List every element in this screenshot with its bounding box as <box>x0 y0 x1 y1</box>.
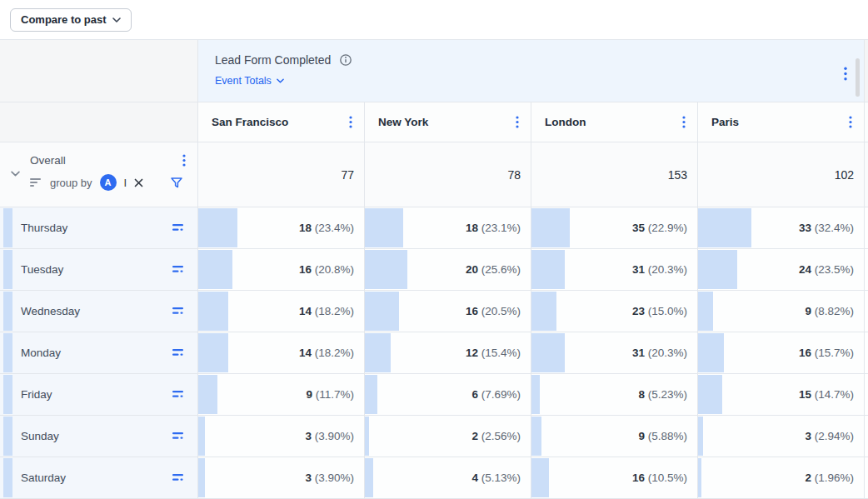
percentage-bar <box>198 375 217 414</box>
column-header-row: San Francisco New York London Paris <box>0 102 868 142</box>
inspect-streams-icon[interactable] <box>172 432 185 441</box>
data-cell[interactable]: 9 (8.82%) <box>697 291 864 332</box>
event-title: Lead Form Completed <box>215 53 331 67</box>
overall-value-cell[interactable]: 78 <box>364 142 531 207</box>
data-cell[interactable]: 9 (5.88%) <box>531 416 697 457</box>
overflow-column <box>864 374 868 415</box>
cell-value: 3 (3.90%) <box>305 472 354 484</box>
compare-to-past-label: Compare to past <box>21 13 107 26</box>
inspect-streams-icon[interactable] <box>172 348 185 357</box>
percentage-bar <box>698 417 703 456</box>
results-table: Lead Form Completed Event Totals San Fra… <box>0 40 868 499</box>
column-kebab-menu-icon[interactable] <box>682 116 686 128</box>
column-kebab-menu-icon[interactable] <box>516 116 519 128</box>
data-cell[interactable]: 18 (23.4%) <box>197 207 364 248</box>
percentage-bar <box>531 458 549 497</box>
data-cell[interactable]: 31 (20.3%) <box>531 332 697 373</box>
inspect-streams-icon[interactable] <box>172 473 185 482</box>
column-header-paris[interactable]: Paris <box>697 102 864 142</box>
inspect-streams-icon[interactable] <box>172 223 185 232</box>
data-cell[interactable]: 31 (20.3%) <box>531 249 697 290</box>
data-cell[interactable]: 4 (5.13%) <box>364 457 531 498</box>
group-by-property-value[interactable]: I <box>124 177 127 189</box>
data-cell[interactable]: 2 (1.96%) <box>697 457 864 498</box>
event-header-cell: Lead Form Completed Event Totals <box>197 40 864 102</box>
cell-value: 2 (2.56%) <box>471 430 521 442</box>
data-cell[interactable]: 3 (2.94%) <box>697 416 864 457</box>
data-cell[interactable]: 3 (3.90%) <box>197 416 364 457</box>
percentage-bar <box>698 333 724 372</box>
cell-value: 9 (5.88%) <box>638 430 687 442</box>
filter-funnel-icon[interactable] <box>171 177 182 188</box>
event-header-row: Lead Form Completed Event Totals <box>0 40 868 102</box>
data-cell[interactable]: 8 (5.23%) <box>531 374 697 415</box>
percentage-bar <box>365 333 391 372</box>
column-kebab-menu-icon[interactable] <box>349 116 352 128</box>
overflow-column <box>864 416 868 457</box>
percentage-bar <box>531 250 565 289</box>
row-header[interactable]: Friday <box>0 374 197 415</box>
column-header-london[interactable]: London <box>531 102 697 142</box>
cell-value: 31 (20.3%) <box>632 263 687 276</box>
compare-to-past-button[interactable]: Compare to past <box>10 8 132 32</box>
overall-value-cell[interactable]: 153 <box>531 142 697 207</box>
overall-value-cell[interactable]: 102 <box>697 142 864 207</box>
cell-value: 20 (25.6%) <box>466 263 521 276</box>
row-label: Tuesday <box>21 263 63 276</box>
data-cell[interactable]: 14 (18.2%) <box>197 291 364 332</box>
data-cell[interactable]: 3 (3.90%) <box>197 457 364 498</box>
percentage-bar <box>198 250 232 289</box>
column-label: San Francisco <box>212 116 288 128</box>
row-header[interactable]: Saturday <box>0 457 197 498</box>
scrollbar-thumb[interactable] <box>856 58 860 97</box>
inspect-streams-icon[interactable] <box>172 390 185 399</box>
row-header[interactable]: Monday <box>0 332 197 373</box>
data-cell[interactable]: 15 (14.7%) <box>697 374 864 415</box>
data-cell[interactable]: 20 (25.6%) <box>364 249 531 290</box>
corner-cell <box>0 102 197 142</box>
data-cell[interactable]: 33 (32.4%) <box>697 207 864 248</box>
percentage-bar <box>365 458 373 497</box>
group-by-label: group by <box>50 177 92 189</box>
data-cell[interactable]: 12 (15.4%) <box>364 332 531 373</box>
data-cell[interactable]: 23 (15.0%) <box>531 291 697 332</box>
event-totals-dropdown[interactable]: Event Totals <box>215 75 284 87</box>
data-cell[interactable]: 6 (7.69%) <box>364 374 531 415</box>
data-cell[interactable]: 16 (20.8%) <box>197 249 364 290</box>
data-cell[interactable]: 2 (2.56%) <box>364 416 531 457</box>
overflow-column <box>864 249 868 290</box>
cell-value: 3 (3.90%) <box>305 430 354 442</box>
column-header-new-york[interactable]: New York <box>364 102 531 142</box>
table-row: Wednesday 14 (18.2%)16 (20.5%)23 (15.0%)… <box>0 291 868 332</box>
percentage-bar <box>198 208 237 247</box>
data-cell[interactable]: 14 (18.2%) <box>197 332 364 373</box>
overall-value-cell[interactable]: 77 <box>197 142 364 207</box>
inspect-streams-icon[interactable] <box>172 307 185 316</box>
remove-group-by-icon[interactable] <box>134 178 143 187</box>
row-color-strip <box>3 417 12 456</box>
row-header[interactable]: Tuesday <box>0 249 197 290</box>
data-cell[interactable]: 24 (23.5%) <box>697 249 864 290</box>
overall-value: 102 <box>835 168 854 182</box>
cell-value: 31 (20.3%) <box>632 347 687 359</box>
column-label: Paris <box>711 116 739 128</box>
data-cell[interactable]: 16 (20.5%) <box>364 291 531 332</box>
percentage-bar <box>365 292 399 331</box>
data-cell[interactable]: 18 (23.1%) <box>364 207 531 248</box>
data-cell[interactable]: 9 (11.7%) <box>197 374 364 415</box>
column-header-san-francisco[interactable]: San Francisco <box>197 102 364 142</box>
collapse-chevron-icon[interactable] <box>11 171 20 177</box>
info-icon[interactable] <box>339 53 352 67</box>
row-header[interactable]: Sunday <box>0 416 197 457</box>
column-kebab-menu-icon[interactable] <box>849 116 852 128</box>
data-cell[interactable]: 35 (22.9%) <box>531 207 697 248</box>
event-kebab-menu-icon[interactable] <box>844 67 847 84</box>
overall-kebab-menu-icon[interactable] <box>182 154 186 167</box>
row-header[interactable]: Wednesday <box>0 291 197 332</box>
row-label: Sunday <box>21 430 59 442</box>
row-color-strip <box>3 333 12 372</box>
row-header[interactable]: Thursday <box>0 207 197 248</box>
inspect-streams-icon[interactable] <box>172 265 185 274</box>
data-cell[interactable]: 16 (15.7%) <box>697 332 864 373</box>
data-cell[interactable]: 16 (10.5%) <box>531 457 697 498</box>
